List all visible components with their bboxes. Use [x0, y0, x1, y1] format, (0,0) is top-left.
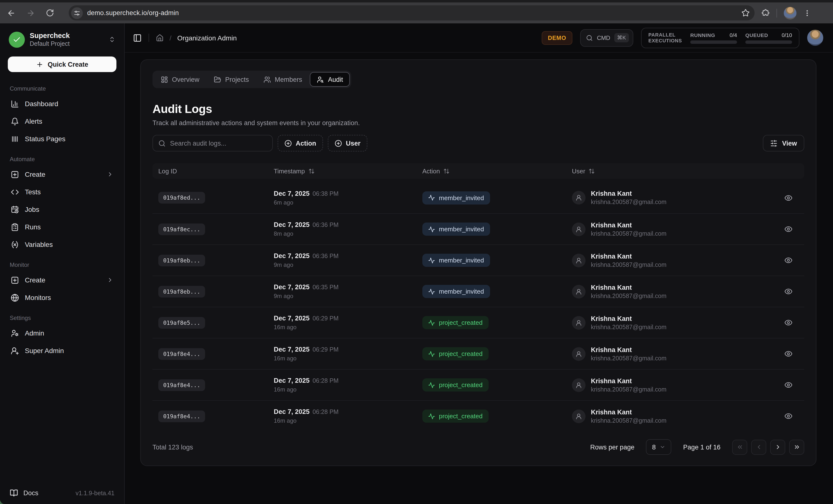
user-avatar[interactable]	[807, 30, 823, 46]
prev-page-button[interactable]	[751, 439, 766, 455]
audit-card: Overview Projects Members Audit	[140, 59, 816, 466]
sidebar-item-docs[interactable]: Docs	[10, 489, 39, 497]
table-row[interactable]: 019af8eb... Dec 7, 202506:36 PM 9m ago m…	[152, 244, 804, 275]
sidebar-item-variables[interactable]: Variables	[8, 236, 116, 253]
user-icon	[572, 222, 586, 236]
rows-per-page-select[interactable]: 8	[646, 439, 671, 455]
view-log-eye-icon[interactable]	[784, 381, 792, 389]
timestamp-cell: Dec 7, 202506:36 PM 8m ago	[274, 221, 422, 237]
queued-value: 0/10	[782, 32, 792, 38]
view-button-label: View	[782, 140, 797, 147]
action-filter-label: Action	[296, 140, 316, 147]
address-bar[interactable]: demo.supercheck.io/org-admin	[69, 5, 755, 21]
browser-menu-icon[interactable]	[803, 9, 811, 17]
pager	[732, 439, 804, 455]
col-action: Action	[422, 167, 572, 174]
timestamp-cell: Dec 7, 202506:35 PM 9m ago	[274, 283, 422, 299]
timestamp-ago: 16m ago	[274, 324, 422, 331]
user-email: krishna.200587@gmail.com	[591, 230, 666, 237]
queued-group: QUEUED 0/10	[745, 32, 792, 44]
view-log-eye-icon[interactable]	[784, 256, 792, 264]
sidebar-item-alerts[interactable]: Alerts	[8, 113, 116, 130]
view-log-eye-icon[interactable]	[784, 318, 792, 327]
table-row[interactable]: 019af8e4... Dec 7, 202506:28 PM 16m ago …	[152, 369, 804, 400]
log-id: 019af8e4...	[158, 410, 205, 422]
tab-label: Audit	[328, 76, 343, 83]
first-page-button[interactable]	[732, 439, 747, 455]
sidebar-item-monitors[interactable]: Monitors	[8, 289, 116, 306]
tab-members[interactable]: Members	[257, 72, 309, 87]
user-filter-button[interactable]: User	[328, 135, 367, 151]
running-label: RUNNING	[690, 32, 715, 38]
extensions-icon[interactable]	[761, 9, 770, 17]
table-row[interactable]: 019af8e4... Dec 7, 202506:29 PM 16m ago …	[152, 338, 804, 369]
section-label-automate: Automate	[10, 156, 115, 163]
command-search[interactable]: CMD ⌘K	[580, 29, 633, 47]
sidebar-item-dashboard[interactable]: Dashboard	[8, 95, 116, 113]
user-icon	[572, 378, 586, 392]
main-header: / Organization Admin DEMO CMD ⌘K PARALLE…	[125, 23, 833, 53]
table-row[interactable]: 019af8eb... Dec 7, 202506:35 PM 9m ago m…	[152, 275, 804, 307]
action-filter-button[interactable]: Action	[278, 135, 323, 151]
view-log-eye-icon[interactable]	[784, 225, 792, 233]
sidebar-item-admin[interactable]: Admin	[8, 324, 116, 342]
timestamp-date: Dec 7, 2025	[274, 346, 310, 353]
sidebar-item-label: Runs	[25, 223, 41, 231]
main-area: / Organization Admin DEMO CMD ⌘K PARALLE…	[125, 23, 833, 504]
sidebar-toggle-icon[interactable]	[133, 33, 142, 42]
sort-icon[interactable]	[589, 168, 595, 174]
timestamp-date: Dec 7, 2025	[274, 408, 310, 415]
user-name: Krishna Kant	[591, 346, 666, 353]
sidebar-item-label: Create	[25, 276, 45, 284]
search-input[interactable]	[170, 140, 267, 147]
table-row[interactable]: 019af8e4... Dec 7, 202506:28 PM 16m ago …	[152, 400, 804, 431]
header-divider	[148, 33, 149, 42]
table-body: 019af8ed... Dec 7, 202506:38 PM 6m ago m…	[152, 182, 804, 431]
sidebar-item-super-admin[interactable]: Super Admin	[8, 342, 116, 359]
log-id: 019af8e4...	[158, 379, 205, 391]
org-switcher[interactable]: Supercheck Default Project	[8, 29, 116, 48]
timestamp-time: 06:36 PM	[312, 221, 338, 229]
sidebar-item-runs[interactable]: Runs	[8, 218, 116, 236]
cmd-label: CMD	[597, 34, 610, 41]
action-badge: member_invited	[422, 254, 490, 267]
last-page-button[interactable]	[789, 439, 804, 455]
table-row[interactable]: 019af8ed... Dec 7, 202506:38 PM 6m ago m…	[152, 182, 804, 213]
view-log-eye-icon[interactable]	[784, 350, 792, 358]
timestamp-cell: Dec 7, 202506:36 PM 9m ago	[274, 252, 422, 268]
tab-projects[interactable]: Projects	[207, 72, 256, 87]
view-log-eye-icon[interactable]	[784, 412, 792, 420]
tab-overview[interactable]: Overview	[154, 72, 206, 87]
browser-forward-icon[interactable]	[26, 8, 35, 17]
table-row[interactable]: 019af8e5... Dec 7, 202506:29 PM 16m ago …	[152, 307, 804, 338]
browser-refresh-icon[interactable]	[46, 9, 54, 17]
view-log-eye-icon[interactable]	[784, 194, 792, 202]
site-info-icon[interactable]	[71, 7, 83, 19]
timestamp-cell: Dec 7, 202506:28 PM 16m ago	[274, 408, 422, 424]
user-cell: Krishna Kant krishna.200587@gmail.com	[572, 346, 776, 362]
browser-profile-avatar[interactable]	[784, 6, 796, 19]
activity-icon	[428, 288, 435, 295]
quick-create-button[interactable]: Quick Create	[8, 56, 116, 72]
action-badge-label: project_created	[439, 350, 482, 357]
bookmark-star-icon[interactable]	[741, 9, 750, 17]
home-icon[interactable]	[156, 34, 164, 42]
tab-label: Projects	[225, 76, 249, 83]
sidebar-item-tests[interactable]: Tests	[8, 183, 116, 201]
sidebar-item-create-monitor[interactable]: Create	[8, 271, 116, 289]
sidebar-item-create-automate[interactable]: Create	[8, 166, 116, 183]
log-id: 019af8ed...	[158, 192, 205, 203]
sidebar-item-jobs[interactable]: Jobs	[8, 201, 116, 218]
browser-back-icon[interactable]	[7, 8, 16, 17]
view-button[interactable]: View	[763, 135, 804, 151]
sort-icon[interactable]	[443, 168, 450, 174]
table-row[interactable]: 019af8ec... Dec 7, 202506:36 PM 8m ago m…	[152, 213, 804, 244]
circle-plus-icon	[335, 140, 342, 147]
view-log-eye-icon[interactable]	[784, 287, 792, 295]
sidebar-item-label: Jobs	[25, 206, 39, 213]
sidebar-item-status-pages[interactable]: Status Pages	[8, 130, 116, 147]
tab-audit[interactable]: Audit	[310, 72, 350, 87]
sort-icon[interactable]	[308, 168, 315, 174]
next-page-button[interactable]	[770, 439, 785, 455]
search-icon	[158, 140, 166, 147]
